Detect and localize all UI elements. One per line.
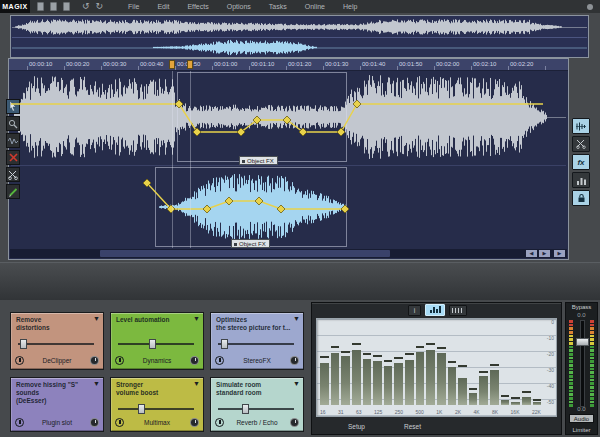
object-fx-button[interactable]: Object FX — [231, 239, 270, 248]
menu-item-online[interactable]: Online — [296, 0, 334, 13]
window-menu-button[interactable] — [587, 4, 593, 10]
module-slider[interactable] — [118, 343, 194, 345]
scroll-right-icon[interactable]: ▶ — [539, 250, 550, 257]
frequency-scale: 1631631252505001K2K4K8K16K22K — [320, 409, 541, 415]
led-column-right — [590, 320, 594, 407]
chevron-down-icon[interactable]: ▼ — [93, 380, 100, 387]
effect-module-declipper[interactable]: Remove distortions ▼ DeClipper — [10, 312, 104, 370]
open-file-icon[interactable] — [50, 2, 57, 11]
info-button[interactable]: i — [408, 305, 421, 316]
settings-knob-icon[interactable] — [290, 356, 299, 365]
save-file-icon[interactable] — [63, 2, 70, 11]
spectrum-bar — [469, 321, 478, 405]
spectrum-bar — [384, 321, 393, 405]
spectrum-bar — [331, 321, 340, 405]
led-column-left — [569, 320, 573, 407]
module-slider[interactable] — [218, 408, 294, 410]
master-meter-panel: Bypass 0.0 0.0 Audio Limiter — [565, 302, 598, 435]
undo-icon[interactable]: ↺ — [82, 0, 90, 13]
effect-module-dynamics[interactable]: Level automation ▼ Dynamics — [110, 312, 204, 370]
power-icon[interactable] — [15, 418, 24, 427]
effect-module-plugin-slot[interactable]: Remove hissing "S" sounds (DeEsser) ▼ Pl… — [10, 377, 104, 432]
settings-knob-icon[interactable] — [90, 418, 99, 427]
spectrum-bar — [437, 321, 446, 405]
effect-module-reverb-echo[interactable]: Simulate room standard room ▼ Reverb / E… — [210, 377, 304, 432]
settings-knob-icon[interactable] — [290, 418, 299, 427]
reset-button[interactable]: Reset — [404, 423, 421, 430]
zoom-scroll-icon[interactable]: ▶ — [554, 250, 565, 257]
ruler-label: 00:02:20 — [510, 61, 533, 67]
menu-items: FileEditEffectsOptionsTasksOnlineHelp — [119, 0, 366, 13]
chevron-down-icon[interactable]: ▼ — [293, 380, 300, 387]
overview-waveform-track1[interactable] — [12, 17, 587, 37]
spectrum-bar — [416, 321, 425, 405]
track2-automation-curve[interactable] — [11, 167, 566, 247]
magix-app-window: MAGIX ↺ ↻ FileEditEffectsOptionsTasksOnl… — [0, 0, 600, 437]
power-icon[interactable] — [15, 356, 24, 365]
magix-logo: MAGIX — [0, 0, 30, 13]
effect-module-multimax[interactable]: Stronger volume boost ▼ Multimax — [110, 377, 204, 432]
spectrum-bar — [501, 321, 510, 405]
horizontal-scrollbar[interactable]: ◀ ▶ ▶ — [10, 249, 567, 258]
master-fader-track[interactable] — [580, 320, 585, 407]
menu-item-edit[interactable]: Edit — [148, 0, 178, 13]
chevron-down-icon[interactable]: ▼ — [93, 315, 100, 322]
spectrum-bar — [320, 321, 329, 405]
module-slider[interactable] — [118, 408, 194, 410]
lock-button[interactable] — [572, 190, 590, 206]
redo-icon[interactable]: ↻ — [96, 0, 104, 13]
overview-waveform-track2[interactable] — [12, 38, 587, 57]
new-file-icon[interactable] — [37, 2, 44, 11]
spectrum-bar — [448, 321, 457, 405]
spectrum-view-button[interactable] — [572, 172, 590, 188]
ruler-label: 00:01:50 — [399, 61, 422, 67]
audio-button[interactable]: Audio — [569, 414, 594, 423]
object-fx-button[interactable]: Object FX — [239, 156, 278, 165]
setup-button[interactable]: Setup — [348, 423, 365, 430]
keyboard-mode-button[interactable] — [449, 305, 467, 316]
ruler-label: 00:00:30 — [103, 61, 126, 67]
power-icon[interactable] — [115, 356, 124, 365]
ruler-label: 00:02:00 — [436, 61, 459, 67]
chevron-down-icon[interactable]: ▼ — [193, 380, 200, 387]
file-toolbar — [37, 2, 70, 11]
ruler-label: 00:00:40 — [140, 61, 163, 67]
transport-bar: ↓Import ↺Remove ↻Enhance ↑Export 00:50 ⇄… — [0, 262, 600, 300]
range-marker-start[interactable] — [169, 60, 175, 69]
menu-item-help[interactable]: Help — [334, 0, 366, 13]
menu-item-tasks[interactable]: Tasks — [260, 0, 296, 13]
power-icon[interactable] — [215, 356, 224, 365]
spectrum-bar — [479, 321, 488, 405]
track-divider — [11, 165, 566, 166]
module-slider[interactable] — [218, 343, 294, 345]
time-ruler[interactable]: 00:00:1000:00:2000:00:3000:00:4000:00:50… — [9, 59, 568, 71]
spectrum-bar — [426, 321, 435, 405]
module-slider[interactable] — [18, 343, 94, 345]
editor-side-buttons: fx — [572, 118, 590, 206]
menu-bar: MAGIX ↺ ↻ FileEditEffectsOptionsTasksOnl… — [0, 0, 600, 13]
power-icon[interactable] — [215, 418, 224, 427]
master-fader-thumb[interactable] — [576, 338, 589, 346]
cut-object-button[interactable] — [572, 136, 590, 152]
fx-button[interactable]: fx — [572, 154, 590, 170]
track1-automation-curve[interactable] — [11, 72, 566, 162]
menu-item-effects[interactable]: Effects — [178, 0, 217, 13]
range-marker-end[interactable] — [187, 60, 193, 69]
settings-knob-icon[interactable] — [190, 418, 199, 427]
waveform-view-button[interactable] — [572, 118, 590, 134]
bypass-label[interactable]: Bypass — [566, 304, 597, 310]
spectrum-mode-button[interactable] — [425, 304, 445, 316]
menu-item-options[interactable]: Options — [218, 0, 260, 13]
scroll-left-icon[interactable]: ◀ — [526, 250, 537, 257]
chevron-down-icon[interactable]: ▼ — [293, 315, 300, 322]
overview-panel[interactable] — [10, 15, 589, 58]
menu-item-file[interactable]: File — [119, 0, 148, 13]
effect-module-stereofx[interactable]: Optimizes the stereo picture for t... ▼ … — [210, 312, 304, 370]
settings-knob-icon[interactable] — [90, 356, 99, 365]
power-icon[interactable] — [115, 418, 124, 427]
scrollbar-thumb[interactable] — [100, 250, 390, 257]
ruler-label: 00:02:10 — [473, 61, 496, 67]
editor-panel: 00:00:1000:00:2000:00:3000:00:4000:00:50… — [8, 58, 569, 260]
chevron-down-icon[interactable]: ▼ — [193, 315, 200, 322]
settings-knob-icon[interactable] — [190, 356, 199, 365]
